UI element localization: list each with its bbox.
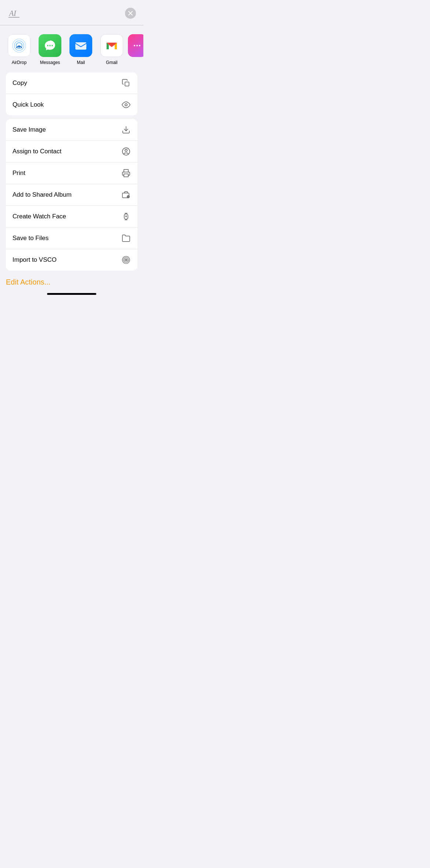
mail-label: Mail	[77, 60, 85, 65]
svg-text:AI: AI	[8, 9, 17, 17]
svg-point-14	[125, 104, 127, 106]
print-icon	[121, 168, 131, 178]
svg-rect-18	[124, 174, 128, 177]
airdrop-label: AirDrop	[12, 60, 27, 65]
copy-button[interactable]: Copy	[6, 72, 137, 94]
messages-icon	[39, 34, 61, 57]
quick-look-label: Quick Look	[12, 101, 44, 108]
edit-actions-label: Edit Actions...	[6, 278, 50, 286]
svg-point-17	[125, 149, 127, 151]
svg-point-6	[47, 45, 49, 46]
svg-point-10	[134, 45, 135, 46]
add-shared-album-label: Add to Shared Album	[12, 191, 72, 199]
import-vsco-label: Import to VSCO	[12, 256, 57, 264]
watch-icon	[121, 212, 131, 221]
app-item-more[interactable]	[128, 34, 143, 57]
home-indicator	[0, 290, 143, 299]
app-item-messages[interactable]: Messages	[35, 34, 65, 65]
save-to-files-button[interactable]: Save to Files	[6, 228, 137, 249]
gmail-label: Gmail	[106, 60, 117, 65]
assign-contact-label: Assign to Contact	[12, 148, 61, 155]
app-item-airdrop[interactable]: AirDrop	[4, 34, 34, 65]
folder-icon	[121, 233, 131, 243]
contact-icon	[121, 147, 131, 156]
ai-icon: AI	[7, 7, 21, 20]
download-icon	[121, 125, 131, 135]
create-watch-face-button[interactable]: Create Watch Face	[6, 206, 137, 228]
save-image-button[interactable]: Save Image	[6, 119, 137, 141]
svg-rect-9	[75, 42, 86, 50]
svg-point-11	[136, 45, 138, 46]
app-sharing-row: AirDrop Messages Mail	[0, 25, 143, 72]
airdrop-icon	[8, 34, 31, 57]
edit-actions[interactable]: Edit Actions...	[0, 271, 143, 290]
save-to-files-label: Save to Files	[12, 235, 49, 242]
svg-point-12	[139, 45, 140, 46]
app-item-gmail[interactable]: Gmail	[97, 34, 126, 65]
svg-rect-13	[125, 82, 129, 86]
svg-point-7	[49, 45, 51, 46]
shared-album-icon	[121, 190, 131, 200]
quick-look-button[interactable]: Quick Look	[6, 94, 137, 115]
share-sheet-header: AI	[0, 0, 143, 25]
actions-container: Copy Quick Look Save Image	[0, 72, 143, 271]
copy-icon	[121, 78, 131, 88]
add-shared-album-button[interactable]: Add to Shared Album	[6, 184, 137, 206]
save-image-label: Save Image	[12, 126, 46, 133]
svg-point-8	[51, 45, 53, 46]
app-item-mail[interactable]: Mail	[66, 34, 96, 65]
svg-point-5	[18, 46, 20, 48]
svg-point-29	[126, 260, 127, 261]
messages-label: Messages	[40, 60, 60, 65]
print-button[interactable]: Print	[6, 162, 137, 184]
mail-icon	[69, 34, 92, 57]
print-label: Print	[12, 169, 25, 177]
action-group-1: Copy Quick Look	[6, 72, 137, 115]
home-bar	[47, 293, 96, 295]
action-group-2: Save Image Assign to Contact Print	[6, 119, 137, 271]
more-icon	[128, 34, 143, 57]
close-button[interactable]	[125, 8, 136, 19]
assign-contact-button[interactable]: Assign to Contact	[6, 141, 137, 162]
vsco-icon	[121, 255, 131, 265]
create-watch-face-label: Create Watch Face	[12, 213, 66, 220]
eye-icon	[121, 100, 131, 110]
import-vsco-button[interactable]: Import to VSCO	[6, 249, 137, 271]
copy-label: Copy	[12, 79, 27, 87]
gmail-icon	[100, 34, 123, 57]
